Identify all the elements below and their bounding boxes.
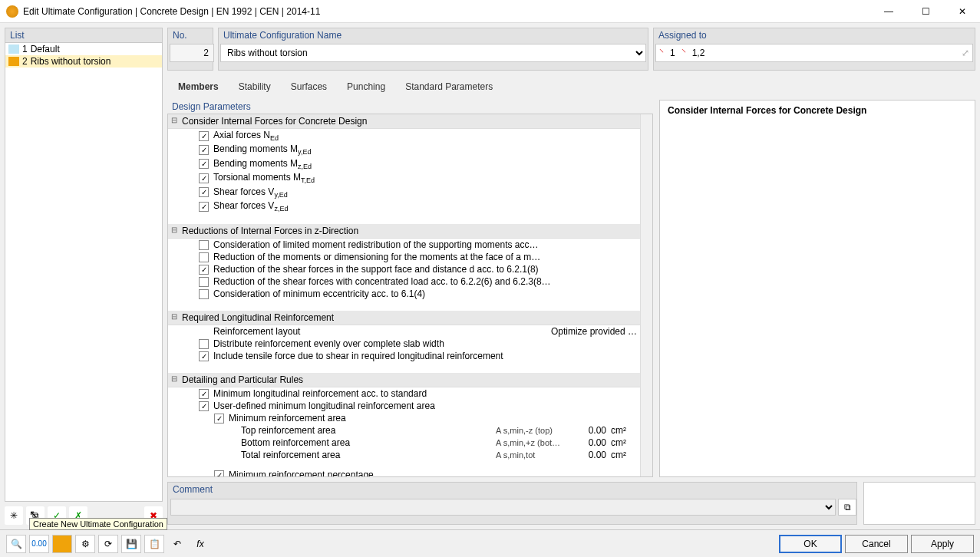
checkbox[interactable] [199, 351, 209, 361]
name-field: Ultimate Configuration Name Ribs without… [218, 28, 648, 71]
config-list[interactable]: 1 Default 2 Ribs without torsion [5, 43, 163, 502]
close-button[interactable]: ✕ [951, 3, 974, 20]
new-button[interactable]: ✳ [5, 506, 23, 525]
checkbox[interactable] [199, 389, 209, 399]
param-item[interactable]: Minimum longitudinal reinforcement acc. … [168, 387, 640, 400]
color-button[interactable] [52, 535, 72, 553]
fx-button[interactable]: fx [190, 535, 210, 553]
no-input[interactable] [170, 44, 214, 62]
checkbox[interactable] [199, 159, 209, 169]
param-item[interactable]: Consideration of minimum eccentricity ac… [168, 288, 640, 300]
help-button[interactable]: 🔍 [6, 535, 26, 553]
color-swatch [8, 44, 19, 54]
assigned-field: Assigned to ⸌1 ⸌1,2 ⤢ [653, 28, 975, 71]
comment-select[interactable] [170, 499, 836, 516]
value-row[interactable]: Top reinforcement areaA s,min,-z (top)0.… [168, 424, 640, 437]
param-item[interactable]: Include tensile force due to shear in re… [168, 350, 640, 362]
app-icon [6, 5, 18, 18]
footer-bar: 🔍 0.00 ⚙ ⟳ 💾 📋 ↶ fx OK Cancel Apply [0, 529, 980, 557]
checkbox[interactable] [199, 145, 209, 155]
apply-button[interactable]: Apply [911, 535, 974, 553]
param-item[interactable]: Consideration of limited moment redistri… [168, 239, 640, 251]
maximize-button[interactable]: ☐ [914, 3, 937, 20]
window-title: Edit Ultimate Configuration | Concrete D… [23, 6, 877, 17]
checkbox[interactable] [199, 401, 209, 411]
tooltip: Create New Ultimate Configuration [29, 518, 167, 530]
list-item-ribs[interactable]: 2 Ribs without torsion [5, 55, 162, 68]
group-internal-forces[interactable]: Consider Internal Forces for Concrete De… [168, 114, 640, 129]
checkbox[interactable] [199, 240, 209, 250]
color-swatch [8, 57, 19, 66]
comment-extra-button[interactable]: ⧉ [838, 499, 856, 516]
member-icon: ⸌ [659, 48, 664, 58]
param-item[interactable]: Reduction of the shear forces with conce… [168, 275, 640, 288]
checkbox[interactable] [199, 173, 209, 183]
param-item[interactable]: Axial forces NEd [168, 129, 640, 143]
param-item[interactable]: Shear forces Vz,Ed [168, 199, 640, 213]
reinforcement-layout-row[interactable]: Reinforcement layout Optimize provided … [168, 325, 640, 338]
param-item[interactable]: Reduction of the moments or dimensioning… [168, 251, 640, 263]
tab-stability[interactable]: Stability [234, 78, 276, 95]
fn3-button[interactable]: 📋 [144, 535, 164, 553]
group-reductions[interactable]: Reductions of Internal Forces in z-Direc… [168, 224, 640, 239]
units-button[interactable]: 0.00 [29, 535, 49, 553]
ok-button[interactable]: OK [779, 535, 842, 553]
assigned-input[interactable]: ⸌1 ⸌1,2 ⤢ [655, 44, 973, 62]
param-item[interactable]: Reduction of the shear forces in the sup… [168, 263, 640, 275]
checkbox[interactable] [199, 265, 209, 275]
filter-button[interactable]: ⚙ [75, 535, 95, 553]
tab-members[interactable]: Members [173, 78, 223, 95]
no-field: No. [167, 28, 213, 71]
comment-field: Comment ⧉ [167, 482, 857, 525]
cancel-button[interactable]: Cancel [845, 535, 908, 553]
param-item[interactable]: Distribute reinforcement evenly over com… [168, 338, 640, 350]
minimize-button[interactable]: — [877, 3, 900, 20]
fn2-button[interactable]: 💾 [121, 535, 141, 553]
param-item[interactable]: User-defined minimum longitudinal reinfo… [168, 400, 640, 412]
param-item[interactable]: Bending moments My,Ed [168, 143, 640, 157]
checkbox[interactable] [214, 414, 224, 424]
parameter-tree[interactable]: Consider Internal Forces for Concrete De… [168, 114, 640, 476]
checkbox[interactable] [199, 339, 209, 349]
info-pane: Consider Internal Forces for Concrete De… [659, 100, 975, 477]
tab-surfaces[interactable]: Surfaces [286, 78, 332, 95]
checkbox[interactable] [199, 289, 209, 299]
params-header: Design Parameters [167, 100, 653, 114]
min-percentage[interactable]: Minimum reinforcement percentage [168, 469, 640, 476]
fn1-button[interactable]: ⟳ [98, 535, 118, 553]
checkbox[interactable] [214, 470, 224, 476]
list-header: List [5, 28, 163, 43]
tab-punching[interactable]: Punching [342, 78, 390, 95]
group-detailing[interactable]: Detailing and Particular Rules [168, 373, 640, 387]
scrollbar[interactable] [640, 114, 652, 476]
value-row[interactable]: Total reinforcement areaA s,min,tot0.00c… [168, 449, 640, 461]
param-item[interactable]: Bending moments Mz,Ed [168, 157, 640, 171]
checkbox[interactable] [199, 187, 209, 197]
left-panel: List 1 Default 2 Ribs without torsion ✳ … [5, 28, 163, 525]
tab-standard[interactable]: Standard Parameters [401, 78, 497, 95]
value-row[interactable]: Bottom reinforcement areaA s,min,+z (bot… [168, 437, 640, 449]
checkbox[interactable] [199, 131, 209, 141]
undo-button[interactable]: ↶ [167, 535, 187, 553]
min-area-head[interactable]: Minimum reinforcement area [168, 412, 640, 424]
tab-bar: Members Stability Surfaces Punching Stan… [167, 75, 975, 95]
rib-icon: ⸌ [681, 48, 686, 58]
preview-pane [863, 482, 975, 525]
list-item-default[interactable]: 1 Default [5, 43, 162, 55]
param-item[interactable]: Shear forces Vy,Ed [168, 186, 640, 199]
checkbox[interactable] [199, 277, 209, 287]
name-select[interactable]: Ribs without torsion [220, 44, 646, 62]
titlebar: Edit Ultimate Configuration | Concrete D… [0, 0, 980, 23]
param-item[interactable]: Torsional moments MT,Ed [168, 171, 640, 185]
pick-icon[interactable]: ⤢ [962, 48, 969, 58]
checkbox[interactable] [199, 252, 209, 262]
info-heading: Consider Internal Forces for Concrete De… [668, 105, 967, 116]
checkbox[interactable] [199, 202, 209, 212]
group-longitudinal[interactable]: Required Longitudinal Reinforcement [168, 311, 640, 325]
